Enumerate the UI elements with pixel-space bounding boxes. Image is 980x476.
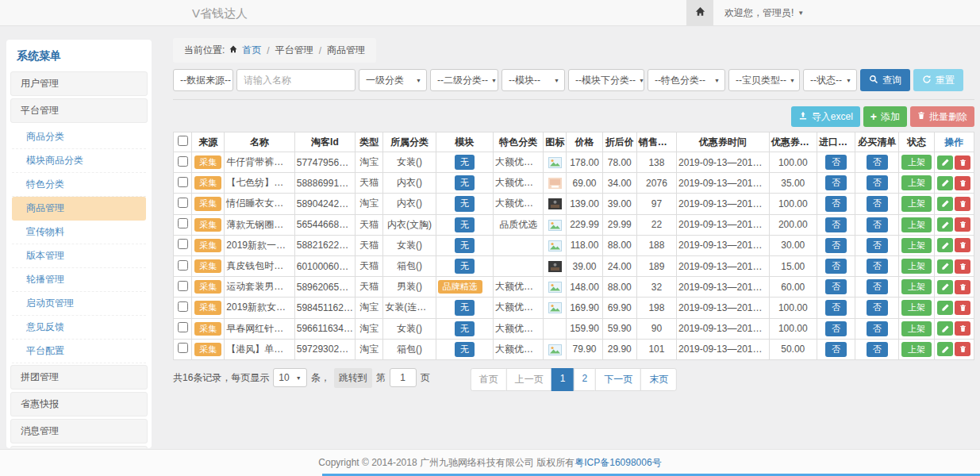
sidebar-item-7[interactable]: 启动页管理 [12,292,146,316]
edit-button[interactable] [937,259,953,274]
jump-page-input[interactable] [390,368,417,387]
page-button-4[interactable]: 下一页 [595,368,641,391]
filter-select-3[interactable]: --模块下分类--▼ [568,69,644,91]
row-checkbox[interactable] [178,239,188,249]
row-checkbox[interactable] [178,156,188,167]
import-select-toggle[interactable]: 否 [825,238,847,253]
row-checkbox[interactable] [178,218,188,228]
must-buy-toggle[interactable]: 否 [867,259,888,274]
edit-button[interactable] [937,301,953,315]
sidebar-item-0[interactable]: 商品分类 [12,125,146,149]
delete-button[interactable] [955,176,970,190]
status-toggle[interactable]: 上架 [901,279,932,294]
sidebar-item-3[interactable]: 商品管理 [12,197,146,221]
edit-button[interactable] [937,176,953,190]
import-select-toggle[interactable]: 否 [825,342,847,357]
row-checkbox[interactable] [178,343,188,353]
must-buy-toggle[interactable]: 否 [867,217,888,232]
delete-button[interactable] [955,217,970,232]
sidebar-group-2[interactable]: 拼团管理 [10,365,148,390]
import-select-toggle[interactable]: 否 [825,155,847,170]
filter-select-5[interactable]: --宝贝类型--▼ [728,69,800,91]
import-select-toggle[interactable]: 否 [825,279,847,294]
name-search-input[interactable] [236,69,355,91]
page-button-5[interactable]: 末页 [640,368,677,391]
status-toggle[interactable]: 上架 [901,238,932,253]
icp-link[interactable]: 粤ICP备16098006号 [575,456,661,470]
search-button[interactable]: 查询 [860,69,910,91]
row-checkbox[interactable] [178,322,188,332]
sidebar-item-5[interactable]: 版本管理 [12,244,146,268]
import-select-toggle[interactable]: 否 [825,217,847,232]
delete-button[interactable] [955,301,970,315]
filter-select-4[interactable]: --特色分类--▼ [648,69,725,91]
import-excel-button[interactable]: 导入excel [791,106,860,127]
row-checkbox[interactable] [178,281,188,291]
delete-button[interactable] [955,238,970,252]
delete-button[interactable] [955,155,970,170]
edit-button[interactable] [937,238,953,252]
import-select-toggle[interactable]: 否 [825,321,847,336]
import-select-toggle[interactable]: 否 [825,175,847,190]
sidebar-group-5[interactable]: 订单管理 [10,446,148,448]
delete-button[interactable] [955,259,970,274]
page-button-0[interactable]: 首页 [471,368,507,391]
status-toggle[interactable]: 上架 [901,342,932,357]
delete-button[interactable] [955,342,970,356]
add-button[interactable]: + 添加 [863,106,907,127]
page-size-select[interactable]: 10 ▼ [273,368,306,387]
import-select-toggle[interactable]: 否 [825,300,847,315]
row-checkbox[interactable] [178,198,188,208]
filter-select-6[interactable]: --状态--▼ [803,69,857,91]
row-checkbox[interactable] [178,301,188,312]
status-toggle[interactable]: 上架 [901,196,932,211]
status-toggle[interactable]: 上架 [901,155,932,170]
batch-delete-button[interactable]: 批量删除 [910,106,974,127]
edit-button[interactable] [937,321,953,336]
must-buy-toggle[interactable]: 否 [867,155,888,170]
status-toggle[interactable]: 上架 [901,259,932,274]
status-toggle[interactable]: 上架 [901,321,932,336]
must-buy-toggle[interactable]: 否 [867,238,888,253]
status-toggle[interactable]: 上架 [901,300,932,315]
page-button-2[interactable]: 1 [551,368,575,391]
edit-button[interactable] [937,342,953,356]
page-button-1[interactable]: 上一页 [506,368,552,391]
edit-button[interactable] [937,197,953,211]
edit-button[interactable] [937,280,953,294]
row-checkbox[interactable] [178,177,188,187]
reset-button[interactable]: 重置 [913,69,963,91]
must-buy-toggle[interactable]: 否 [867,300,888,315]
sidebar-group-4[interactable]: 消息管理 [10,419,148,443]
status-toggle[interactable]: 上架 [901,217,932,232]
must-buy-toggle[interactable]: 否 [867,342,888,357]
edit-button[interactable] [937,155,953,170]
edit-button[interactable] [937,217,953,232]
must-buy-toggle[interactable]: 否 [867,279,888,294]
sidebar-item-6[interactable]: 轮播管理 [12,268,146,292]
sidebar-item-4[interactable]: 宣传物料 [12,221,146,244]
row-checkbox[interactable] [178,260,188,271]
must-buy-toggle[interactable]: 否 [867,175,888,190]
filter-select-2[interactable]: --模块--▼ [502,69,565,91]
jump-button[interactable]: 跳转到 [334,368,372,388]
select-all-checkbox[interactable] [178,136,188,146]
delete-button[interactable] [955,321,970,336]
status-toggle[interactable]: 上架 [901,175,932,190]
must-buy-toggle[interactable]: 否 [867,321,888,336]
sidebar-group-1[interactable]: 平台管理 [10,98,148,123]
sidebar-item-2[interactable]: 特色分类 [12,173,146,197]
sidebar-item-8[interactable]: 意见反馈 [12,316,146,340]
delete-button[interactable] [955,197,970,211]
filter-select-source[interactable]: --数据来源--▼ [173,69,233,91]
must-buy-toggle[interactable]: 否 [867,196,888,211]
sidebar-item-1[interactable]: 模块商品分类 [12,149,146,173]
sidebar-item-9[interactable]: 平台配置 [12,340,146,363]
filter-select-0[interactable]: 一级分类▼ [359,69,427,91]
breadcrumb-home-link[interactable]: 首页 [242,44,261,57]
import-select-toggle[interactable]: 否 [825,196,847,211]
sidebar-group-3[interactable]: 省惠快报 [10,392,148,416]
filter-select-1[interactable]: --二级分类--▼ [430,69,498,91]
import-select-toggle[interactable]: 否 [825,259,847,274]
user-menu[interactable]: 欢迎您，管理员! ▼ [724,6,804,20]
